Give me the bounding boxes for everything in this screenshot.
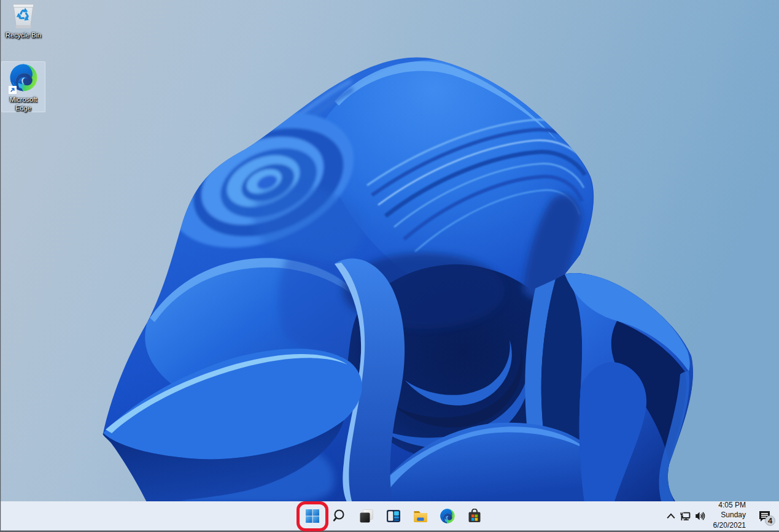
svg-text:4: 4 [768, 516, 773, 525]
